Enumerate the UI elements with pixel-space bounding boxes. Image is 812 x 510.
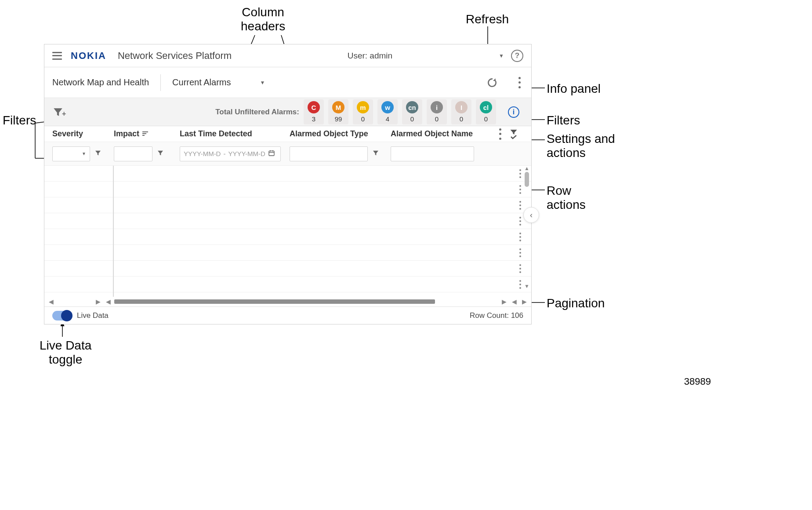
refresh-icon[interactable] bbox=[486, 77, 498, 88]
help-icon[interactable]: ? bbox=[511, 50, 523, 62]
severity-count: 99 bbox=[335, 115, 342, 123]
row-actions-icon[interactable] bbox=[519, 280, 522, 289]
severity-count: 0 bbox=[435, 115, 439, 123]
severity-chip-i[interactable]: i0 bbox=[427, 99, 447, 124]
annotation-image-id: 38989 bbox=[684, 376, 711, 387]
row-actions-icon[interactable] bbox=[519, 264, 522, 273]
severity-filter-select[interactable]: ▼ bbox=[52, 146, 90, 161]
vertical-scrollbar[interactable]: ▲ ▼ bbox=[524, 166, 529, 289]
severity-chip-cn[interactable]: cn0 bbox=[402, 99, 422, 124]
more-menu-icon[interactable] bbox=[518, 77, 521, 88]
page-prev-icon[interactable]: ◀ bbox=[104, 298, 112, 305]
annotation-settings-actions: Settings and actions bbox=[547, 132, 615, 160]
col-last-time-header[interactable]: Last Time Detected bbox=[180, 129, 290, 138]
table-row[interactable] bbox=[44, 245, 531, 261]
col-impact-header[interactable]: Impact bbox=[114, 129, 180, 138]
sort-icon bbox=[142, 131, 149, 138]
row-actions-icon[interactable] bbox=[519, 185, 522, 194]
brand-logo: NOKIA bbox=[71, 50, 106, 62]
apply-filters-icon[interactable] bbox=[509, 129, 518, 139]
table-row[interactable] bbox=[44, 213, 531, 229]
product-title: Network Services Platform bbox=[118, 50, 232, 62]
page-last-icon[interactable]: ▶ bbox=[520, 298, 529, 305]
object-type-filter-input[interactable] bbox=[290, 146, 368, 161]
app-header: NOKIA Network Services Platform User: ad… bbox=[44, 44, 531, 67]
severity-chip-M[interactable]: M99 bbox=[328, 99, 348, 124]
scroll-thumb[interactable] bbox=[114, 299, 435, 304]
svg-rect-15 bbox=[269, 151, 274, 156]
annotation-row-actions: Row actions bbox=[547, 184, 586, 212]
table-row[interactable] bbox=[44, 229, 531, 245]
severity-count: 0 bbox=[361, 115, 365, 123]
severity-dot-icon: i bbox=[431, 101, 443, 113]
annotation-live-data-toggle: Live Data toggle bbox=[40, 339, 91, 367]
severity-chip-cl[interactable]: cl0 bbox=[476, 99, 496, 124]
add-filter-icon[interactable]: + bbox=[52, 106, 66, 118]
date-range-filter[interactable]: YYYY-MM-D - YYYY-MM-D bbox=[180, 146, 281, 161]
row-count-label: Row Count: 106 bbox=[470, 311, 523, 320]
table-row[interactable] bbox=[44, 166, 531, 182]
annotation-info-panel: Info panel bbox=[547, 82, 601, 96]
severity-chip-m[interactable]: m0 bbox=[353, 99, 373, 124]
table-body: ▲ ▼ bbox=[44, 166, 531, 297]
chevron-down-icon: ▼ bbox=[260, 80, 265, 86]
view-dropdown[interactable]: Current Alarms ▼ bbox=[172, 77, 265, 87]
live-data-toggle[interactable] bbox=[52, 311, 72, 321]
severity-dot-icon: w bbox=[381, 101, 394, 113]
table-row[interactable] bbox=[44, 277, 531, 292]
user-label[interactable]: User: admin bbox=[348, 51, 392, 61]
footer-bar: Live Data Row Count: 106 bbox=[44, 306, 531, 324]
annotation-filters-left: Filters bbox=[3, 113, 36, 128]
severity-count: 3 bbox=[312, 115, 315, 123]
severity-dot-icon: cn bbox=[406, 101, 418, 113]
calendar-icon bbox=[268, 149, 275, 158]
col-severity-header[interactable]: Severity bbox=[52, 129, 114, 138]
column-splitter[interactable] bbox=[113, 166, 114, 297]
row-actions-icon[interactable] bbox=[519, 217, 522, 226]
total-alarms-label: Total Unfiltered Alarms: bbox=[215, 108, 299, 117]
object-name-filter-input[interactable] bbox=[391, 146, 474, 161]
column-settings-icon[interactable] bbox=[499, 128, 501, 140]
impact-filter-input[interactable] bbox=[114, 146, 152, 161]
annotation-pagination: Pagination bbox=[547, 296, 605, 310]
severity-dot-icon: M bbox=[332, 101, 344, 113]
row-actions-icon[interactable] bbox=[519, 233, 522, 241]
filter-icon[interactable] bbox=[94, 149, 102, 159]
breadcrumb-section[interactable]: Network Map and Health bbox=[52, 77, 149, 87]
annotation-column-headers: Column headers bbox=[241, 5, 285, 33]
row-actions-icon[interactable] bbox=[519, 201, 522, 210]
page-prev-end-icon[interactable]: ▶ bbox=[94, 298, 102, 305]
scroll-thumb[interactable] bbox=[525, 172, 529, 187]
chevron-down-icon[interactable]: ▼ bbox=[499, 53, 504, 59]
column-header-row: Severity Impact Last Time Detected Alarm… bbox=[44, 126, 531, 142]
annotation-filters-right: Filters bbox=[547, 113, 580, 128]
alarm-severity-chips: C3M99m0w4cn0i0I0cl0 bbox=[304, 99, 496, 124]
severity-count: 0 bbox=[410, 115, 414, 123]
row-actions-icon[interactable] bbox=[519, 248, 522, 257]
horizontal-scrollbar: ◀ ▶ ◀ ▶ ◀ ▶ bbox=[44, 297, 531, 306]
filter-icon[interactable] bbox=[372, 149, 379, 159]
table-row[interactable] bbox=[44, 261, 531, 277]
table-row[interactable] bbox=[44, 197, 531, 213]
scroll-down-icon[interactable]: ▼ bbox=[524, 284, 529, 289]
page-first-icon[interactable]: ◀ bbox=[47, 298, 55, 305]
severity-chip-I[interactable]: I0 bbox=[451, 99, 471, 124]
page-next-icon[interactable]: ▶ bbox=[500, 298, 508, 305]
col-object-name-header[interactable]: Alarmed Object Name bbox=[391, 129, 478, 138]
divider bbox=[160, 74, 161, 91]
filter-icon[interactable] bbox=[157, 149, 164, 159]
severity-chip-w[interactable]: w4 bbox=[377, 99, 398, 124]
collapse-panel-icon[interactable]: ‹ bbox=[523, 207, 539, 223]
scroll-up-icon[interactable]: ▲ bbox=[524, 166, 529, 171]
info-icon[interactable]: i bbox=[508, 106, 519, 118]
col-object-type-header[interactable]: Alarmed Object Type bbox=[290, 129, 391, 138]
severity-dot-icon: m bbox=[357, 101, 369, 113]
severity-count: 0 bbox=[484, 115, 488, 123]
page-next-start-icon[interactable]: ◀ bbox=[510, 298, 518, 305]
severity-chip-C[interactable]: C3 bbox=[304, 99, 324, 124]
table-row[interactable] bbox=[44, 182, 531, 197]
summary-bar: + Total Unfiltered Alarms: C3M99m0w4cn0i… bbox=[44, 98, 531, 126]
menu-icon[interactable] bbox=[52, 52, 62, 60]
row-actions-icon[interactable] bbox=[519, 169, 522, 178]
live-data-label: Live Data bbox=[77, 311, 109, 320]
